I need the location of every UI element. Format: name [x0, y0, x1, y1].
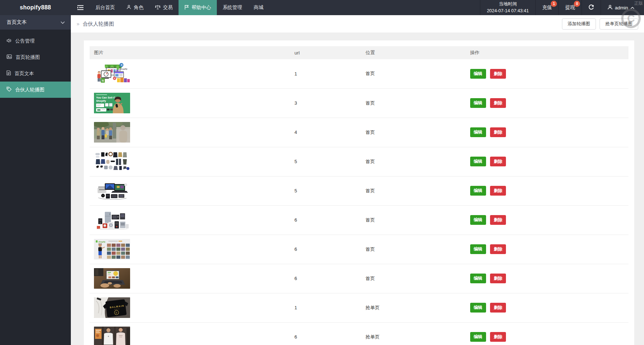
local-time-label: 当地时间: [499, 1, 517, 8]
refresh-icon: [588, 4, 594, 11]
grab-page-carousel-button[interactable]: 抢单页轮播图: [600, 18, 638, 30]
user-menu[interactable]: admin: [601, 0, 644, 15]
table-row: shopify 6 首页 编辑 删除: [90, 235, 628, 264]
flag-icon: [184, 5, 189, 11]
edit-button[interactable]: 编辑: [470, 127, 486, 137]
thumbnail-street-shoppers-photo: [94, 122, 130, 143]
app-logo: shopify888: [0, 0, 71, 15]
nav-item-3[interactable]: 交易: [149, 0, 179, 15]
recharge-button[interactable]: 充值 1: [535, 0, 558, 15]
delete-button[interactable]: 删除: [490, 69, 506, 79]
row-url-value: 4: [290, 118, 361, 147]
withdraw-badge: 0: [574, 1, 580, 7]
nav-item-2[interactable]: 角色: [121, 0, 149, 15]
thumbnail-white-tshirt-models: [94, 327, 130, 345]
user-icon: [607, 5, 613, 11]
column-header-image: 图片: [90, 46, 290, 59]
nav-item-label: 系统管理: [223, 4, 242, 11]
edit-button[interactable]: 编辑: [470, 303, 486, 313]
chevron-down-icon: [60, 19, 65, 25]
add-carousel-button[interactable]: 添加轮播图: [562, 18, 596, 30]
nav-item-label: 商城: [254, 4, 263, 11]
nav-item-4[interactable]: 帮助中心: [179, 0, 217, 15]
svg-text:B: B: [116, 311, 117, 314]
svg-text:Shopify: Shopify: [96, 99, 106, 102]
edit-button[interactable]: 编辑: [470, 332, 486, 342]
nav-item-label: 角色: [134, 4, 143, 11]
row-url-value: 6: [290, 235, 361, 264]
tag-icon: [7, 87, 12, 93]
row-position-value: 首页: [361, 88, 465, 118]
edit-button[interactable]: 编辑: [470, 157, 486, 166]
row-position-value: 首页: [361, 205, 465, 235]
table-card: 图片 url 位置 操作 shopifyS 1 首页 编辑 删除 You Can…: [84, 40, 634, 345]
breadcrumb: » 合伙人轮播图: [77, 21, 114, 27]
delete-button[interactable]: 删除: [490, 157, 506, 166]
nav-item-1[interactable]: 后台首页: [90, 0, 121, 15]
main-content: » 合伙人轮播图 添加轮播图抢单页轮播图 图片 url 位置 操作 shopif…: [71, 15, 644, 345]
sidebar-item-label: 首页文本: [14, 70, 34, 77]
breadcrumb-prefix-icon: »: [77, 21, 80, 27]
svg-text:You Can Sell On: You Can Sell On: [96, 96, 117, 99]
sidebar-item-label: 公告管理: [15, 38, 35, 44]
delete-button[interactable]: 删除: [490, 303, 506, 313]
thumbnail-electronics-collection: [94, 180, 130, 201]
table-row: 6 抢单页 编辑 删除: [90, 322, 628, 345]
refresh-button[interactable]: [581, 0, 601, 15]
sidebar-collapse-icon[interactable]: [71, 0, 90, 15]
column-header-actions: 操作: [466, 46, 628, 59]
page-actions: 添加轮播图抢单页轮播图: [562, 18, 639, 30]
table-row: 5 首页 编辑 删除: [90, 147, 628, 176]
picture-icon: [7, 54, 12, 60]
edit-button[interactable]: 编辑: [470, 69, 486, 79]
row-position-value: 首页: [361, 59, 465, 88]
edit-button[interactable]: 编辑: [470, 98, 486, 108]
chevron-up-icon: [630, 5, 635, 10]
table-row: shopifyS 1 首页 编辑 删除: [90, 59, 628, 88]
username: admin: [615, 5, 628, 10]
delete-button[interactable]: 删除: [490, 274, 506, 283]
delete-button[interactable]: 删除: [490, 332, 506, 342]
sidebar-item-3[interactable]: 首页文本: [0, 65, 71, 82]
page-title: 合伙人轮播图: [83, 21, 114, 27]
sidebar-group-homepage-text[interactable]: 首页文本: [0, 15, 71, 30]
breadcrumb-bar: » 合伙人轮播图 添加轮播图抢单页轮播图: [71, 15, 644, 32]
table-row: 6 首页 编辑 删除: [90, 264, 628, 293]
nav-item-5[interactable]: 系统管理: [217, 0, 248, 15]
svg-text:S: S: [102, 79, 104, 82]
edit-button[interactable]: 编辑: [470, 186, 486, 196]
row-position-value: 首页: [361, 176, 465, 205]
row-url-value: 1: [290, 293, 361, 322]
sidebar-item-4[interactable]: 合伙人轮播图: [0, 82, 71, 98]
delete-button[interactable]: 删除: [490, 186, 506, 196]
withdraw-button[interactable]: 提现 0: [558, 0, 581, 15]
sidebar-item-2[interactable]: 首页轮播图: [0, 49, 71, 65]
edit-button[interactable]: 编辑: [470, 274, 486, 283]
nav-item-6[interactable]: 商城: [248, 0, 269, 15]
table-header-row: 图片 url 位置 操作: [90, 46, 628, 59]
thumbnail-shopify-storefront-illustration: shopifyS: [94, 62, 132, 85]
row-url-value: 5: [290, 176, 361, 205]
sidebar-item-1[interactable]: 公告管理: [0, 33, 71, 49]
topbar: shopify888 后台首页角色交易帮助中心系统管理商城 当地时间 2024-…: [0, 0, 644, 15]
sidebar: 首页文本 公告管理首页轮播图首页文本合伙人轮播图: [0, 15, 71, 345]
row-position-value: 首页: [361, 235, 465, 264]
edit-button[interactable]: 编辑: [470, 215, 486, 225]
row-url-value: 3: [290, 88, 361, 118]
delete-button[interactable]: 删除: [490, 244, 506, 254]
table-row: You Can Sell OnShopify 3 首页 编辑 删除: [90, 88, 628, 118]
edit-button[interactable]: 编辑: [470, 244, 486, 254]
delete-button[interactable]: 删除: [490, 215, 506, 225]
delete-button[interactable]: 删除: [490, 127, 506, 137]
user-icon: [126, 5, 131, 10]
sidebar-menu: 公告管理首页轮播图首页文本合伙人轮播图: [0, 30, 71, 98]
sidebar-item-label: 合伙人轮播图: [15, 87, 44, 93]
row-position-value: 抢单页: [361, 293, 465, 322]
speaker-icon: [7, 38, 12, 44]
sidebar-group-label: 首页文本: [7, 19, 27, 26]
row-url-value: 1: [290, 59, 361, 88]
row-url-value: 6: [290, 322, 361, 345]
delete-button[interactable]: 删除: [490, 98, 506, 108]
column-header-url: url: [290, 46, 361, 59]
row-url-value: 6: [290, 205, 361, 235]
